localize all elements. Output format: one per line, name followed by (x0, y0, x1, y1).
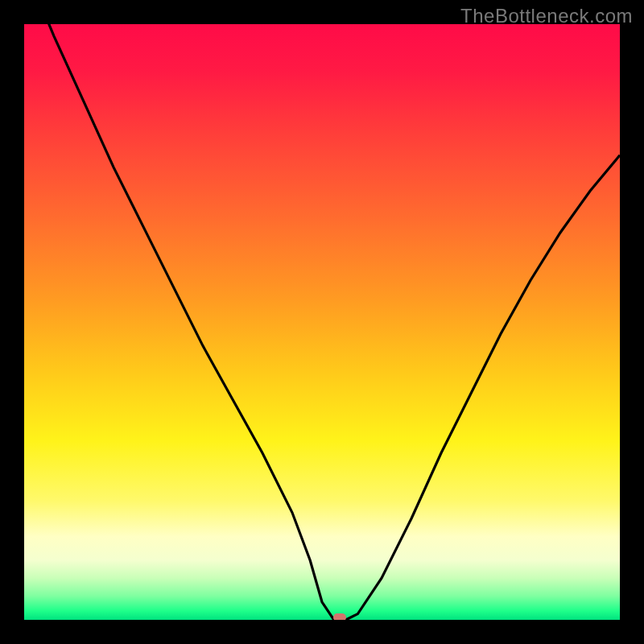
optimal-point-marker (333, 613, 346, 620)
chart-frame: TheBottleneck.com (0, 0, 644, 644)
bottleneck-curve (24, 24, 620, 620)
plot-area (24, 24, 620, 620)
watermark-text: TheBottleneck.com (460, 5, 633, 27)
